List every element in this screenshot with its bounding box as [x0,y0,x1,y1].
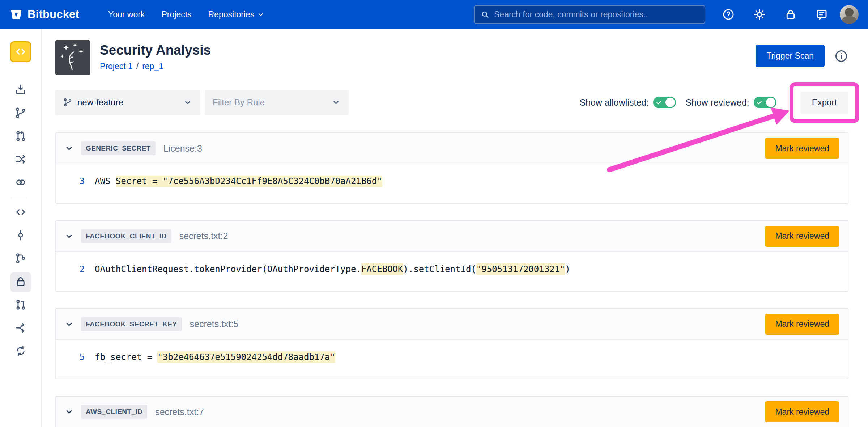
rule-badge: FACEBOOK_CLIENT_ID [81,229,171,243]
sidebar-item-deployments-2[interactable] [10,318,31,339]
branch-icon [14,107,27,121]
findings-list: GENERIC_SECRET License:3 Mark reviewed 3… [55,132,848,427]
sidebar-item-deployments[interactable] [10,150,31,170]
code-line: 3 AWS Secret = "7ce556A3bD234Cc1Ff9E8A5C… [70,175,838,188]
show-allowlisted-label: Show allowlisted: [579,97,649,108]
info-icon[interactable] [834,49,848,63]
finding-header[interactable]: GENERIC_SECRET License:3 Mark reviewed [56,133,848,164]
branch-icon [63,98,72,107]
code-line: 2 OAuthClientRequest.tokenProvider(OAuth… [70,263,838,276]
sidebar-item-branches[interactable] [10,249,31,269]
chevron-down-icon[interactable] [64,144,74,153]
left-sidebar [0,29,42,427]
primary-nav: Your work Projects Repositories [108,10,264,20]
source-icon [14,206,27,220]
mark-reviewed-button[interactable]: Mark reviewed [765,401,839,422]
finding-card: AWS_CLIENT_ID secrets.txt:7 Mark reviewe… [55,396,848,427]
finding-location: secrets.txt:2 [179,231,228,241]
navbar-icon-cluster [722,8,828,21]
breadcrumb-repo-link[interactable]: rep_1 [142,62,163,71]
help-icon[interactable] [722,8,735,21]
sidebar-item-jira[interactable] [10,173,31,193]
finding-card: FACEBOOK_SECRET_KEY secrets.txt:5 Mark r… [55,308,848,380]
finding-body: 5 fb_secret = "3b2e464637e5159024254dd78… [56,340,848,379]
finding-card: GENERIC_SECRET License:3 Mark reviewed 3… [55,132,848,204]
code-text: fb_secret = "3b2e464637e5159024254dd78aa… [95,351,335,364]
finding-card: FACEBOOK_CLIENT_ID secrets.txt:2 Mark re… [55,220,848,292]
sidebar-item-security[interactable] [10,272,31,292]
sidebar-nav [10,77,31,365]
rule-filter-placeholder: Filter By Rule [213,97,326,107]
sidebar-item-pull-request[interactable] [10,127,31,147]
search-icon [480,10,490,19]
filter-bar: new-feature Filter By Rule Show allowlis… [55,90,848,115]
sidebar-item-pipelines[interactable] [10,342,31,362]
page-title: Security Analysis [100,43,211,58]
sidebar-item-branch[interactable] [10,103,31,124]
nav-projects[interactable]: Projects [161,10,191,20]
code-text: AWS Secret = "7ce556A3bD234Cc1Ff9E8A5C32… [95,175,382,188]
line-number: 3 [70,175,85,188]
nav-your-work[interactable]: Your work [108,10,145,20]
lock-icon[interactable] [784,8,797,21]
finding-location: secrets.txt:5 [190,319,239,329]
export-area: Export [800,92,848,114]
search-input[interactable] [494,10,699,20]
brand-name: Bitbucket [27,8,79,21]
chevron-down-icon[interactable] [64,407,74,417]
repo-avatar[interactable] [10,41,31,62]
chevron-down-icon[interactable] [64,320,74,329]
pull-request-icon [14,130,27,144]
finding-location: secrets.txt:7 [155,407,204,417]
rule-badge: AWS_CLIENT_ID [81,405,147,419]
finding-header[interactable]: AWS_CLIENT_ID secrets.txt:7 Mark reviewe… [56,397,848,427]
export-button[interactable]: Export [800,92,848,114]
sidebar-item-commits[interactable] [10,226,31,246]
header-actions: Trigger Scan [756,40,848,67]
finding-location: License:3 [163,143,202,154]
sidebar-item-source[interactable] [10,203,31,223]
deployments-icon [14,153,27,167]
finding-body: 3 AWS Secret = "7ce556A3bD234Cc1Ff9E8A5C… [56,164,848,203]
mark-reviewed-button[interactable]: Mark reviewed [765,314,839,335]
bitbucket-logo[interactable]: Bitbucket [9,8,79,21]
rule-badge: GENERIC_SECRET [81,141,156,155]
user-avatar[interactable] [840,5,859,24]
pull-requests-icon [14,299,27,312]
sidebar-item-clone[interactable] [10,80,31,101]
finding-header[interactable]: FACEBOOK_SECRET_KEY secrets.txt:5 Mark r… [56,309,848,340]
mark-reviewed-button[interactable]: Mark reviewed [765,226,839,247]
security-icon [14,275,27,289]
feedback-icon[interactable] [815,8,828,21]
show-reviewed-toggle[interactable] [754,97,776,108]
sidebar-item-pull-requests[interactable] [10,295,31,316]
breadcrumb: Project 1 / rep_1 [100,62,211,71]
global-search[interactable] [474,5,705,24]
toggle-group: Show allowlisted: Show reviewed: Export [579,92,848,114]
branch-selected-label: new-feature [77,97,178,107]
finding-header[interactable]: FACEBOOK_CLIENT_ID secrets.txt:2 Mark re… [56,221,848,252]
pipelines-icon [14,345,27,359]
line-number: 2 [70,263,85,276]
deployments-2-icon [14,322,27,335]
chevron-down-icon[interactable] [64,232,74,241]
check-icon [656,100,662,106]
branch-selector[interactable]: new-feature [55,90,200,115]
settings-gear-icon[interactable] [753,8,766,21]
breadcrumb-project-link[interactable]: Project 1 [100,62,133,71]
code-brackets-icon [14,46,27,58]
show-allowlisted-toggle[interactable] [653,97,676,108]
jira-icon [14,176,27,190]
rule-filter-selector[interactable]: Filter By Rule [205,90,349,115]
bitbucket-bucket-icon [9,8,23,21]
show-reviewed-label: Show reviewed: [685,97,749,108]
mark-reviewed-button[interactable]: Mark reviewed [765,138,839,159]
nav-repositories[interactable]: Repositories [208,10,265,20]
commits-icon [14,229,27,243]
page-header: Security Analysis Project 1 / rep_1 Trig… [55,40,848,75]
code-text: OAuthClientRequest.tokenProvider(OAuthPr… [95,263,570,276]
title-block: Security Analysis Project 1 / rep_1 [100,40,211,71]
trigger-scan-button[interactable]: Trigger Scan [756,45,825,67]
main-content: Security Analysis Project 1 / rep_1 Trig… [42,29,868,427]
line-number: 5 [70,351,85,364]
